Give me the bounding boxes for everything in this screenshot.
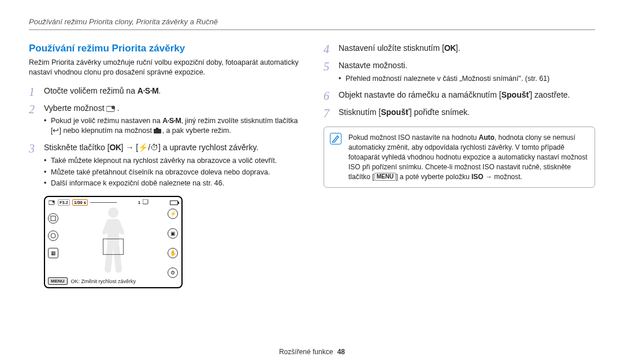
stabilization-icon: ✋ xyxy=(168,248,178,258)
ev-gauge xyxy=(90,200,117,205)
step-text: ] zaostřete. xyxy=(530,90,570,99)
svg-rect-7 xyxy=(51,216,55,221)
camera-left-icons: ▦ xyxy=(48,213,58,258)
ok-button-glyph: OK xyxy=(444,43,456,53)
step-text: ] → [ xyxy=(121,143,139,152)
step-number: 7 xyxy=(324,107,339,120)
step-text: . xyxy=(117,103,119,113)
step-text: Stisknutím [ xyxy=(339,107,381,117)
step-number: 1 xyxy=(29,86,44,98)
step-text: Nastavte možnosti. xyxy=(339,61,407,70)
svg-point-5 xyxy=(53,200,55,203)
step-text: Nastavení uložíte stisknutím [ xyxy=(339,43,444,53)
wb-icon: ▦ xyxy=(48,248,58,258)
menu-button-glyph: MENU xyxy=(374,173,396,181)
right-column: 4 Nastavení uložíte stisknutím [OK]. 5 N… xyxy=(324,43,595,288)
note-text: ] a poté vyberte položku xyxy=(396,173,471,181)
shutter-speed-value: 1/30 s xyxy=(72,199,88,206)
step-5: 5 Nastavte možnosti. Přehled možností na… xyxy=(324,60,595,85)
svg-point-1 xyxy=(112,106,115,109)
drive-mode-icon: ▣ xyxy=(168,228,178,239)
note-text: → možnost. xyxy=(484,173,522,181)
shutter-button-label: Spoušť xyxy=(502,90,530,99)
svg-rect-6 xyxy=(143,199,148,204)
steps-left: 1 Otočte voličem režimů na A·S·M. 2 Vybe… xyxy=(29,86,300,191)
page-number: 48 xyxy=(337,348,345,356)
step-text: ] a upravte rychlost závěrky. xyxy=(158,143,258,152)
shutter-button-label: Spoušť xyxy=(381,107,410,117)
step-3-sub: Také můžete klepnout na rychlost závěrky… xyxy=(44,156,300,189)
aperture-value: F3.2 xyxy=(58,199,70,206)
back-icon: ↩ xyxy=(53,127,59,135)
step-number: 4 xyxy=(324,43,339,55)
sub-item: Můžete také přetáhnout číselník na obraz… xyxy=(44,168,300,177)
step-number: 2 xyxy=(29,103,44,116)
step-3: 3 Stiskněte tlačítko [OK] → [⚡/⏱] a upra… xyxy=(29,142,300,190)
footer-section: Rozšířené funkce xyxy=(279,348,333,356)
steps-right: 4 Nastavení uložíte stisknutím [OK]. 5 N… xyxy=(324,43,595,120)
iso-label: ISO xyxy=(471,173,484,181)
timer-icon: ⏱ xyxy=(150,143,158,152)
note-text: Pokud možnost ISO nastavíte na hodnotu xyxy=(348,133,478,142)
note-icon xyxy=(330,133,341,144)
content-columns: Používání režimu Priorita závěrky Režim … xyxy=(29,43,595,288)
step-text: Vyberte možnost xyxy=(44,103,106,113)
svg-point-8 xyxy=(51,233,55,238)
step-7: 7 Stisknutím [Spoušť] pořiďte snímek. xyxy=(324,107,595,120)
battery-icon xyxy=(170,200,178,205)
focus-frame xyxy=(103,239,124,255)
sub-item: Pokud je volič režimu nastaven na A·S·M,… xyxy=(44,116,300,136)
step-4: 4 Nastavení uložíte stisknutím [OK]. xyxy=(324,43,595,55)
step-number: 5 xyxy=(324,60,339,73)
iso-note: Pokud možnost ISO nastavíte na hodnotu A… xyxy=(324,127,595,188)
camera-preview-diagram: F3.2 1/30 s 1 ▦ ⚡ ▣ ✋ ⚙ xyxy=(44,196,183,288)
left-column: Používání režimu Priorita závěrky Režim … xyxy=(29,43,300,288)
breadcrumb: Používání režimu Priorita clony, Priorit… xyxy=(29,17,595,30)
camera-bottom-bar: MENU OK: Změnit rychlost závěrky xyxy=(48,277,179,285)
step-number: 3 xyxy=(29,142,44,155)
flash-setting-icon: ⚡ xyxy=(168,209,178,219)
section-intro: Režim Priorita závěrky umožňuje ruční vo… xyxy=(29,58,300,77)
menu-button-label: MENU xyxy=(48,277,68,285)
step-text: Otočte voličem režimů na xyxy=(44,86,138,95)
svg-rect-2 xyxy=(154,129,161,133)
step-1: 1 Otočte voličem režimů na A·S·M. xyxy=(29,86,300,98)
menu-wheel-icon: ⚙ xyxy=(168,268,178,278)
step-6: 6 Objekt nastavte do rámečku a namáčknut… xyxy=(324,90,595,102)
camera-right-icons: ⚡ ▣ ✋ ⚙ xyxy=(168,209,178,278)
mode-camera-icon xyxy=(154,128,162,134)
shot-count: 1 xyxy=(138,200,140,205)
section-heading: Používání režimu Priorita závěrky xyxy=(29,43,300,54)
page-footer: Rozšířené funkce 48 xyxy=(0,348,624,356)
step-text: ]. xyxy=(456,43,460,53)
flash-icon: ⚡ xyxy=(138,143,148,152)
sub-item: Další informace k expoziční době nalezne… xyxy=(44,179,300,188)
step-2-sub: Pokud je volič režimu nastaven na A·S·M,… xyxy=(44,116,300,136)
step-5-sub: Přehled možností naleznete v části „Možn… xyxy=(339,74,595,84)
metering-icon xyxy=(48,231,58,241)
svg-rect-3 xyxy=(156,128,158,129)
auto-label: Auto xyxy=(478,133,494,142)
storage-icon xyxy=(143,199,148,206)
step-text: Objekt nastavte do rámečku a namáčknutím… xyxy=(339,90,502,99)
step-2: 2 Vyberte možnost . Pokud je volič režim… xyxy=(29,103,300,138)
step-number: 6 xyxy=(324,90,339,102)
sub-item: Také můžete klepnout na rychlost závěrky… xyxy=(44,156,300,166)
af-icon xyxy=(48,213,58,224)
asm-mode-glyph: A·S·M xyxy=(138,86,158,95)
camera-top-bar: F3.2 1/30 s 1 xyxy=(49,199,178,206)
ok-hint-text: OK: Změnit rychlost závěrky xyxy=(71,278,136,284)
mode-indicator-icon xyxy=(49,200,55,205)
shutter-priority-icon xyxy=(106,105,117,112)
step-text: . xyxy=(158,86,161,95)
ok-button-glyph: OK xyxy=(110,143,121,152)
asm-mode-glyph: A·S·M xyxy=(162,117,181,125)
step-text: Stiskněte tlačítko [ xyxy=(44,143,110,152)
step-text: ] pořiďte snímek. xyxy=(410,107,470,117)
sub-item: Přehled možností naleznete v části „Možn… xyxy=(339,74,595,84)
